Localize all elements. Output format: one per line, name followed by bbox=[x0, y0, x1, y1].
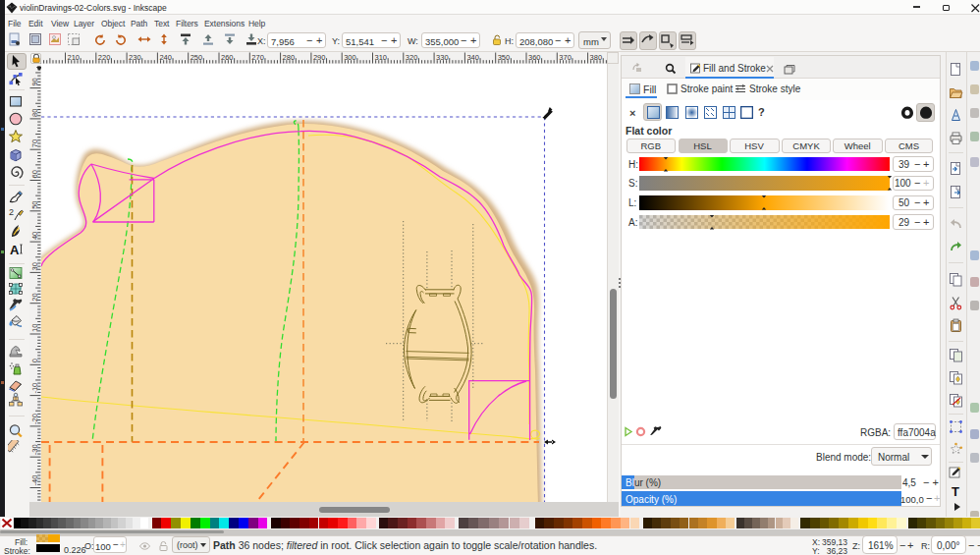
svg-text:370: 370 bbox=[559, 53, 572, 62]
svg-text:30: 30 bbox=[30, 262, 39, 270]
svg-text:90: 90 bbox=[30, 78, 39, 85]
svg-text:60: 60 bbox=[30, 170, 39, 178]
svg-text:50: 50 bbox=[30, 200, 39, 208]
svg-text:40: 40 bbox=[30, 232, 39, 240]
svg-text:0: 0 bbox=[30, 359, 39, 362]
svg-text:-20: -20 bbox=[30, 414, 39, 424]
svg-text:270: 270 bbox=[251, 53, 264, 62]
svg-text:280: 280 bbox=[283, 53, 296, 62]
svg-text:380: 380 bbox=[590, 53, 603, 62]
svg-text:80: 80 bbox=[30, 109, 39, 117]
svg-text:340: 340 bbox=[466, 53, 479, 62]
svg-text:310: 310 bbox=[375, 53, 388, 62]
svg-text:70: 70 bbox=[30, 139, 39, 147]
svg-text:-30: -30 bbox=[30, 444, 39, 455]
svg-text:350: 350 bbox=[498, 53, 511, 62]
svg-text:300: 300 bbox=[344, 53, 356, 62]
svg-text:330: 330 bbox=[436, 53, 449, 62]
svg-text:A: A bbox=[10, 243, 20, 257]
svg-text:250: 250 bbox=[191, 53, 203, 62]
svg-text:290: 290 bbox=[313, 53, 326, 62]
svg-text:240: 240 bbox=[159, 53, 172, 62]
svg-text:T: T bbox=[952, 484, 959, 499]
svg-text:20: 20 bbox=[30, 293, 39, 301]
svg-text:2: 2 bbox=[9, 207, 14, 217]
svg-text:10: 10 bbox=[30, 324, 39, 332]
svg-text:220: 220 bbox=[98, 53, 111, 62]
svg-text:320: 320 bbox=[406, 53, 418, 62]
svg-text:-40: -40 bbox=[30, 475, 39, 486]
svg-text:260: 260 bbox=[221, 53, 234, 62]
svg-text:230: 230 bbox=[129, 53, 141, 62]
svg-text:360: 360 bbox=[528, 53, 541, 62]
svg-text:210: 210 bbox=[68, 53, 81, 62]
svg-text:-10: -10 bbox=[30, 383, 39, 394]
